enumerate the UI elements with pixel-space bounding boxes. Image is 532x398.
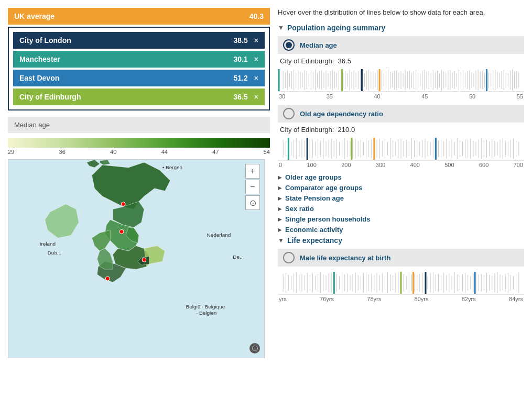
area-manchester: Manchester 30.1 × — [13, 51, 265, 68]
area-london: City of London 38.5 × — [13, 32, 265, 49]
svg-point-15 — [121, 202, 125, 206]
state-pension-age-item[interactable]: ▶ State Pension age — [278, 194, 524, 202]
zoom-in-button[interactable]: + — [245, 164, 260, 179]
older-age-groups-item[interactable]: ▶ Older age groups — [278, 173, 524, 181]
single-person-triangle: ▶ — [278, 216, 282, 222]
left-panel: UK average 40.3 City of London 38.5 × Ma… — [8, 8, 270, 390]
area-eastdevon-label: East Devon — [19, 74, 59, 82]
comparator-age-groups-item[interactable]: ▶ Comparator age groups — [278, 184, 524, 192]
old-age-dependency-metric[interactable]: Old age dependency ratio — [278, 105, 524, 123]
svg-text:Dub...: Dub... — [48, 250, 62, 256]
svg-text:· Belgien: · Belgien — [197, 310, 217, 316]
state-pension-triangle: ▶ — [278, 195, 282, 201]
area-eastdevon-close[interactable]: × — [254, 74, 258, 82]
economic-activity-label: Economic activity — [285, 226, 343, 234]
locate-button[interactable]: ⊙ — [245, 195, 260, 210]
median-age-city-value: City of Edinburgh: 36.5 — [280, 57, 524, 65]
median-age-axis: 30 35 40 45 50 55 — [278, 93, 524, 100]
area-edinburgh-value: 36.5 — [234, 93, 248, 101]
area-manchester-value: 30.1 — [234, 55, 248, 63]
map-container: • Bergen Ireland Dub... Nederland België… — [8, 159, 265, 358]
map-info-button[interactable]: ⓘ — [249, 343, 260, 353]
scale-labels: 29 36 40 44 47 54 — [8, 149, 270, 155]
area-london-close[interactable]: × — [254, 36, 258, 45]
sex-ratio-item[interactable]: ▶ Sex ratio — [278, 205, 524, 213]
old-age-city-value: City of Edinburgh: 210.0 — [280, 126, 524, 134]
svg-text:Nederland: Nederland — [207, 232, 231, 238]
svg-text:• Bergen: • Bergen — [162, 164, 182, 170]
comparator-age-groups-label: Comparator age groups — [285, 184, 362, 192]
sex-ratio-label: Sex ratio — [285, 205, 314, 213]
area-edinburgh-label: City of Edinburgh — [19, 93, 81, 101]
economic-activity-item[interactable]: ▶ Economic activity — [278, 226, 524, 234]
median-age-radio[interactable] — [283, 39, 295, 51]
life-expectancy-chart — [278, 270, 524, 295]
population-ageing-section-header[interactable]: ▼ Population ageing summary — [278, 24, 524, 32]
median-age-metric[interactable]: Median age — [278, 36, 524, 54]
uk-average-bar: UK average 40.3 — [8, 8, 270, 25]
area-manchester-close[interactable]: × — [254, 55, 258, 63]
svg-text:België · Belgique: België · Belgique — [186, 304, 225, 309]
color-scale — [8, 138, 270, 148]
state-pension-label: State Pension age — [285, 194, 344, 202]
life-expectancy-axis: yrs 76yrs 78yrs 80yrs 82yrs 84yrs — [278, 296, 524, 302]
area-edinburgh-close[interactable]: × — [254, 93, 258, 101]
life-expectancy-title: Life expectancy — [287, 236, 342, 245]
median-age-chart — [278, 67, 524, 92]
old-age-radio[interactable] — [283, 108, 295, 119]
life-expectancy-triangle: ▼ — [278, 237, 284, 244]
old-age-label: Old age dependency ratio — [300, 110, 383, 118]
sex-ratio-triangle: ▶ — [278, 206, 282, 212]
section-triangle: ▼ — [278, 24, 284, 31]
right-panel: Hover over the distribution of lines bel… — [278, 8, 524, 390]
area-eastdevon: East Devon 51.2 × — [13, 70, 265, 86]
area-london-value: 38.5 — [234, 36, 248, 45]
male-life-expectancy-metric[interactable]: Male life expectancy at birth — [278, 249, 524, 267]
section-title: Population ageing summary — [287, 24, 385, 32]
svg-text:Ireland: Ireland — [40, 241, 56, 247]
single-person-households-item[interactable]: ▶ Single person households — [278, 215, 524, 223]
area-manchester-label: Manchester — [19, 55, 60, 63]
older-age-groups-label: Older age groups — [285, 173, 342, 181]
uk-average-value: 40.3 — [249, 12, 264, 20]
economic-activity-triangle: ▶ — [278, 227, 282, 233]
zoom-out-button[interactable]: − — [245, 180, 260, 194]
hover-instruction: Hover over the distribution of lines bel… — [278, 8, 524, 17]
old-age-axis: 0 100 200 300 400 500 600 700 — [278, 162, 524, 168]
svg-point-17 — [105, 277, 110, 281]
map-controls: + − ⊙ — [245, 164, 260, 210]
svg-text:De...: De... — [233, 254, 244, 260]
median-age-label: Median age — [8, 117, 270, 133]
male-life-expectancy-radio[interactable] — [283, 252, 295, 263]
area-edinburgh: City of Edinburgh 36.5 × — [13, 89, 265, 105]
areas-box: City of London 38.5 × Manchester 30.1 × … — [8, 27, 270, 110]
older-age-groups-triangle: ▶ — [278, 174, 282, 180]
uk-average-label: UK average — [14, 12, 55, 20]
median-age-label: Median age — [300, 41, 337, 49]
svg-point-14 — [120, 229, 124, 234]
comparator-age-groups-triangle: ▶ — [278, 185, 282, 191]
area-london-label: City of London — [19, 36, 71, 45]
old-age-chart — [278, 136, 524, 161]
svg-point-16 — [142, 258, 146, 262]
area-eastdevon-value: 51.2 — [234, 74, 248, 82]
single-person-label: Single person households — [285, 215, 371, 223]
uk-map-svg: • Bergen Ireland Dub... Nederland België… — [8, 160, 264, 358]
male-life-expectancy-label: Male life expectancy at birth — [300, 254, 390, 262]
life-expectancy-section-header[interactable]: ▼ Life expectancy — [278, 236, 524, 245]
